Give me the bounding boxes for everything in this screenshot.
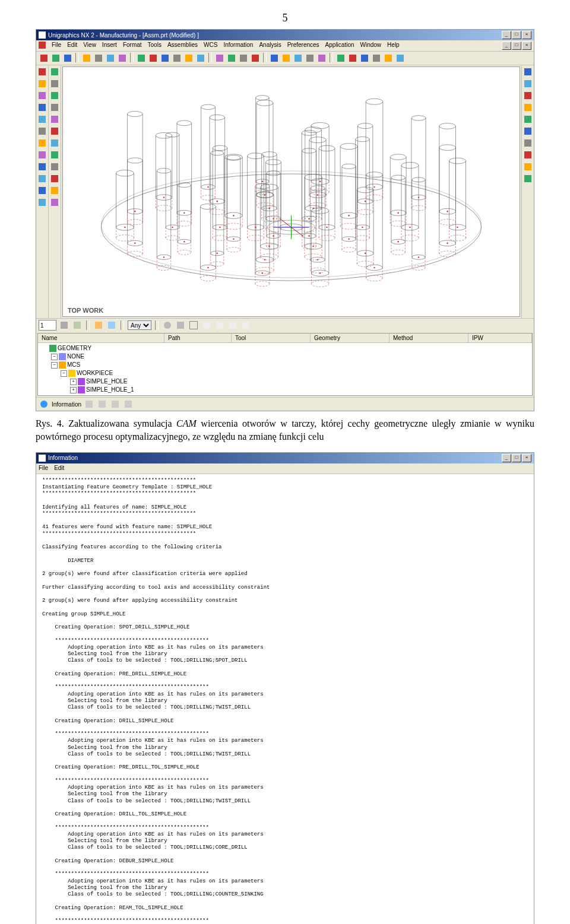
snap-icon-4[interactable]: [201, 320, 212, 331]
tree-expander[interactable]: −: [51, 354, 58, 360]
info-menu-edit[interactable]: Edit: [54, 465, 64, 472]
info-menu-file[interactable]: File: [39, 465, 48, 472]
sb-icon-1[interactable]: [84, 399, 94, 409]
tree-body[interactable]: GEOMETRY−NONE−MCS−WORKPIECE+SIMPLE_HOLE+…: [38, 343, 532, 395]
vtoolbar-button[interactable]: [49, 161, 60, 172]
col-geometry[interactable]: Geometry: [311, 334, 390, 342]
vtoolbar-button[interactable]: [37, 150, 48, 160]
minimize-button[interactable]: _: [502, 31, 511, 39]
tree-row[interactable]: GEOMETRY: [40, 344, 530, 353]
vtoolbar-button[interactable]: [49, 66, 60, 77]
toolbar-button[interactable]: [281, 53, 292, 63]
toolbar-button[interactable]: [269, 53, 280, 63]
doc-close[interactable]: ×: [522, 42, 531, 50]
info-close-button[interactable]: ×: [522, 454, 531, 462]
vtoolbar-button[interactable]: [37, 138, 48, 148]
toolbar-button[interactable]: [81, 53, 92, 63]
vtoolbar-button[interactable]: [37, 126, 48, 136]
vtoolbar-button[interactable]: [37, 161, 48, 172]
vtoolbar-button[interactable]: [49, 185, 60, 196]
toolbar-button[interactable]: [62, 53, 73, 63]
vtoolbar-button[interactable]: [522, 161, 533, 172]
menu-application[interactable]: Application: [325, 42, 354, 50]
vtoolbar-button[interactable]: [49, 102, 60, 113]
vtoolbar-button[interactable]: [522, 126, 533, 136]
toolbar-button[interactable]: [226, 53, 237, 63]
vtoolbar-button[interactable]: [49, 126, 60, 136]
col-method[interactable]: Method: [390, 334, 468, 342]
vtoolbar-button[interactable]: [37, 78, 48, 89]
info-maximize-button[interactable]: □: [512, 454, 521, 462]
menu-tools[interactable]: Tools: [148, 42, 162, 50]
toolbar-button[interactable]: [359, 53, 370, 63]
toolbar-button[interactable]: [172, 53, 182, 63]
vtoolbar-button[interactable]: [522, 102, 533, 113]
col-path[interactable]: Path: [164, 334, 232, 342]
spin-up-icon[interactable]: [59, 320, 69, 331]
menu-help[interactable]: Help: [387, 42, 400, 50]
toolbar-button[interactable]: [238, 53, 249, 63]
tree-row[interactable]: +SIMPLE_HOLE: [40, 377, 530, 386]
info-minimize-button[interactable]: _: [502, 454, 511, 462]
vtoolbar-button[interactable]: [522, 114, 533, 125]
toolbar-button[interactable]: [195, 53, 206, 63]
toolbar-button[interactable]: [136, 53, 147, 63]
col-ipw[interactable]: IPW: [468, 334, 532, 342]
vtoolbar-button[interactable]: [49, 197, 60, 208]
sb-icon-4[interactable]: [123, 399, 134, 409]
toolbar-button[interactable]: [117, 53, 128, 63]
menu-view[interactable]: View: [83, 42, 96, 50]
menu-assemblies[interactable]: Assemblies: [167, 42, 198, 50]
vtoolbar-button[interactable]: [522, 90, 533, 101]
vtoolbar-button[interactable]: [522, 66, 533, 77]
toolbar-button[interactable]: [160, 53, 170, 63]
toolbar-button[interactable]: [39, 53, 49, 63]
snap-icon-1[interactable]: [162, 320, 173, 331]
toolbar-button[interactable]: [293, 53, 303, 63]
toolbar-button[interactable]: [383, 53, 394, 63]
toolbar-button[interactable]: [105, 53, 116, 63]
toolbar-button[interactable]: [50, 53, 61, 63]
vtoolbar-button[interactable]: [37, 90, 48, 101]
menu-edit[interactable]: Edit: [67, 42, 77, 50]
doc-max[interactable]: □: [512, 42, 521, 50]
vtoolbar-button[interactable]: [37, 185, 48, 196]
tree-row[interactable]: −WORKPIECE: [40, 369, 530, 377]
toolbar-button[interactable]: [148, 53, 159, 63]
toolbar-button[interactable]: [93, 53, 104, 63]
toolbar-button[interactable]: [250, 53, 261, 63]
snap-icon-6[interactable]: [227, 320, 238, 331]
close-button[interactable]: ×: [522, 31, 531, 39]
toolbar-button[interactable]: [316, 53, 327, 63]
tree-row[interactable]: −MCS: [40, 361, 530, 369]
tree-expander[interactable]: +: [70, 379, 77, 385]
vtoolbar-button[interactable]: [522, 173, 533, 184]
toolbar-button[interactable]: [371, 53, 382, 63]
toolbar-button[interactable]: [347, 53, 358, 63]
vtoolbar-button[interactable]: [49, 173, 60, 184]
vtoolbar-button[interactable]: [522, 138, 533, 148]
toolbar-button[interactable]: [335, 53, 346, 63]
toolbar-button[interactable]: [395, 53, 406, 63]
vtoolbar-button[interactable]: [49, 150, 60, 160]
col-tool[interactable]: Tool: [232, 334, 311, 342]
vtoolbar-button[interactable]: [37, 102, 48, 113]
maximize-button[interactable]: □: [512, 31, 521, 39]
sb-icon-2[interactable]: [97, 399, 107, 409]
filter-icon[interactable]: [72, 320, 83, 331]
tree-expander[interactable]: −: [51, 362, 58, 369]
info-text-area[interactable]: ****************************************…: [36, 474, 534, 924]
tree-expander[interactable]: −: [61, 370, 67, 377]
toolbar-button[interactable]: [305, 53, 315, 63]
vtoolbar-button[interactable]: [49, 90, 60, 101]
vtoolbar-button[interactable]: [49, 114, 60, 125]
sb-icon-3[interactable]: [110, 399, 121, 409]
menu-wcs[interactable]: WCS: [204, 42, 217, 50]
vtoolbar-button[interactable]: [522, 150, 533, 160]
tree-row[interactable]: +SIMPLE_HOLE_1: [40, 386, 530, 394]
menu-file[interactable]: File: [52, 42, 61, 50]
graphics-canvas[interactable]: TOP WORK: [62, 66, 520, 317]
tree-expander[interactable]: +: [70, 387, 77, 393]
vtoolbar-button[interactable]: [522, 78, 533, 89]
snap-icon-3[interactable]: [188, 320, 199, 331]
